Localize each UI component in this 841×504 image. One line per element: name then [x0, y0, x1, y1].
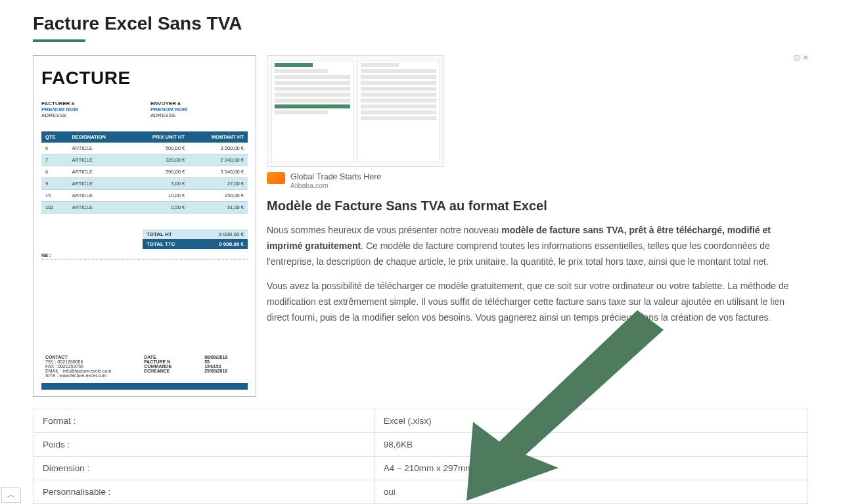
bill-to-name: PRENOM NOM — [41, 106, 78, 112]
ad-headline: Global Trade Starts Here — [290, 172, 381, 181]
nb-label: NB : — [41, 253, 51, 258]
ad-logo-icon — [267, 172, 285, 184]
invoice-heading: FACTURE — [41, 68, 248, 89]
ship-to-name: PRENOM NOM — [150, 106, 187, 112]
invno-value: 55 — [204, 359, 210, 364]
table-row: 102ARTICLE0,50 €51,00 € — [41, 202, 248, 214]
title-underline — [33, 39, 85, 42]
ad-source: Alibaba.com — [290, 181, 381, 189]
ad-close-icon[interactable]: ✕ — [803, 54, 808, 63]
dimension-label: Dimension : — [34, 457, 375, 480]
invno-label: FACTURE N — [144, 359, 170, 364]
size-value: 98,6KB — [374, 433, 807, 457]
table-row: Format : Excel (.xlsx) — [34, 409, 808, 433]
col-unit: PRIX UNIT HT — [129, 131, 189, 143]
total-ht-value: 9 008,00 € — [219, 231, 244, 237]
col-amount: MONTANT HT — [189, 131, 248, 143]
dimension-value: A4 – 210mm x 297mm — [374, 457, 807, 480]
total-ttc-value: 9 008,00 € — [219, 241, 244, 247]
format-label: Format : — [34, 409, 375, 433]
order-label: COMMANDE — [144, 364, 171, 369]
custom-value: oui — [374, 480, 807, 504]
table-row: Personnalisable : oui — [34, 480, 808, 504]
date-value: 08/09/2018 — [204, 355, 227, 359]
format-value: Excel (.xlsx) — [374, 409, 807, 433]
page-title: Facture Excel Sans TVA — [33, 13, 808, 34]
due-value: 25/09/2018 — [204, 369, 227, 373]
total-ht-label: TOTAL HT — [147, 231, 172, 237]
bill-to-label: FACTURER à — [41, 101, 74, 106]
custom-label: Personnalisable : — [34, 480, 375, 504]
size-label: Poids : — [34, 433, 375, 457]
table-row: Poids : 98,6KB — [34, 433, 808, 457]
ship-to-label: ENVOYER à — [150, 101, 181, 106]
bill-to-addr: ADRESSE — [41, 112, 66, 118]
date-label: DATE — [144, 355, 156, 359]
section-title: Modèle de Facture Sans TVA au format Exc… — [267, 198, 808, 214]
ad-unit[interactable]: Global Trade Starts Here Alibaba.com — [267, 55, 444, 189]
contact-mail: EMAIL : info@facture-excel.com — [45, 369, 111, 373]
table-row: 9ARTICLE3,00 €27,00 € — [41, 178, 248, 190]
table-row: 6ARTICLE590,00 €3 540,00 € — [41, 166, 248, 178]
scroll-to-top-button[interactable]: ︿ — [1, 487, 21, 503]
invoice-preview-image: FACTURE FACTURER à PRENOM NOM ADRESSE EN… — [33, 55, 256, 397]
total-ttc-label: TOTAL TTC — [147, 241, 175, 247]
paragraph-1: Nous sommes heureux de vous présenter no… — [267, 223, 808, 269]
contact-site: SITE : www.facture-excel.com — [45, 373, 106, 378]
paragraph-2: Vous avez la possibilité de télécharger … — [267, 279, 808, 325]
col-qty: QTE — [41, 131, 68, 143]
order-value: 154/152 — [204, 364, 221, 369]
contact-fax: FAX : 0021253755 — [45, 364, 83, 369]
table-row: 15ARTICLE10,00 €150,00 € — [41, 190, 248, 202]
ship-to-addr: ADRESSE — [150, 112, 175, 118]
contact-tel: TEL : 0021260606 — [45, 359, 83, 364]
file-info-table: Format : Excel (.xlsx) Poids : 98,6KB Di… — [33, 409, 808, 504]
col-desc: DESIGNATION — [68, 131, 129, 143]
contact-label: CONTACT — [45, 355, 68, 359]
table-row: 6ARTICLE500,00 €3 000,00 € — [41, 143, 248, 154]
due-label: ECHEANCE — [144, 369, 170, 373]
table-row: 7ARTICLE320,00 €2 240,00 € — [41, 154, 248, 166]
ad-info-icon[interactable]: ⓘ — [794, 54, 800, 63]
table-row: Dimension : A4 – 210mm x 297mm — [34, 457, 808, 480]
